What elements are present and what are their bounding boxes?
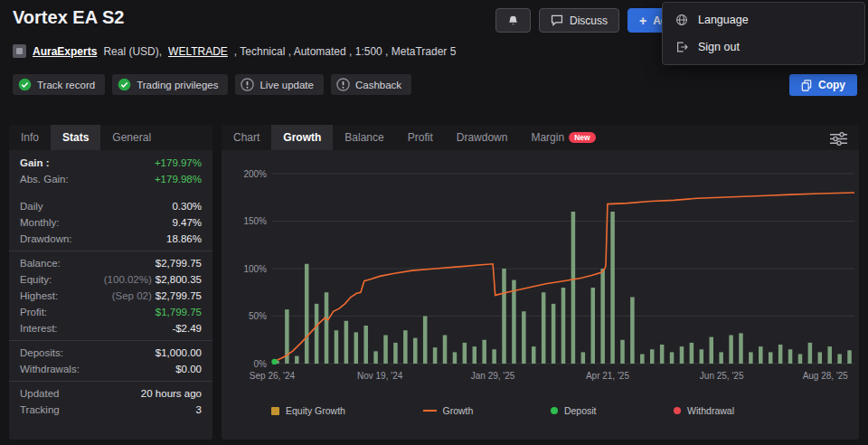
equity-growth-bar bbox=[827, 346, 832, 364]
legend-marker bbox=[423, 410, 437, 412]
stat-value-muted: (100.02%) bbox=[104, 274, 152, 285]
x-tick-label: Aug 28, '25 bbox=[803, 371, 849, 381]
equity-growth-bar bbox=[363, 326, 368, 364]
equity-growth-bar bbox=[778, 345, 783, 364]
equity-growth-bar bbox=[423, 317, 428, 365]
tab-info[interactable]: Info bbox=[9, 125, 51, 150]
badge-label: Track record bbox=[37, 80, 95, 90]
chart-tab-growth[interactable]: Growth bbox=[271, 125, 333, 150]
x-tick-label: Nov 19, '24 bbox=[357, 371, 403, 381]
equity-growth-bar bbox=[590, 288, 595, 364]
stat-row-gain: Gain :+179.97% bbox=[9, 155, 212, 171]
stat-label: Highest: bbox=[20, 289, 58, 303]
globe-icon bbox=[675, 14, 688, 26]
legend-item-growth[interactable]: Growth bbox=[423, 405, 474, 416]
menu-item-sign-out[interactable]: Sign out bbox=[663, 33, 864, 61]
stats-tabbar: InfoStatsGeneral bbox=[9, 125, 212, 150]
equity-growth-bar bbox=[700, 349, 704, 364]
legend-label: Growth bbox=[443, 405, 474, 416]
badge-track-record: Track record bbox=[13, 74, 105, 95]
stat-value: +179.98% bbox=[155, 173, 202, 186]
equity-growth-bar bbox=[571, 212, 576, 364]
badge-label: Cashback bbox=[355, 80, 401, 90]
equity-growth-bar bbox=[522, 311, 526, 364]
tab-label: General bbox=[112, 131, 151, 144]
chart-tabbar: ChartGrowthBalanceProfitDrawdownMarginNe… bbox=[222, 125, 859, 150]
menu-item-language[interactable]: Language bbox=[663, 6, 864, 33]
chart-tab-balance[interactable]: Balance bbox=[333, 125, 395, 150]
equity-growth-bar bbox=[482, 340, 486, 364]
legend-item-equity-growth[interactable]: Equity Growth bbox=[271, 405, 345, 416]
stat-row-daily: Daily0.30% bbox=[9, 198, 212, 214]
equity-growth-bar bbox=[463, 343, 467, 364]
equity-growth-bar bbox=[453, 352, 458, 364]
legend-item-withdrawal[interactable]: Withdrawal bbox=[674, 405, 734, 416]
equity-growth-bar bbox=[650, 349, 655, 364]
check-circle-icon bbox=[18, 78, 32, 91]
stat-value: 0.30% bbox=[172, 200, 202, 213]
author-link[interactable]: AuraExperts bbox=[33, 45, 97, 58]
equity-growth-bar bbox=[660, 345, 665, 364]
divider bbox=[9, 381, 212, 382]
stat-value: (Sep 02)$2,799.75 bbox=[112, 289, 202, 303]
equity-growth-bar bbox=[393, 343, 398, 364]
account-prefix: Real (USD), bbox=[103, 45, 162, 58]
stat-label: Balance: bbox=[20, 257, 61, 270]
chart-tab-profit[interactable]: Profit bbox=[396, 125, 445, 150]
legend-label: Equity Growth bbox=[286, 405, 345, 416]
stat-value: (100.02%)$2,800.35 bbox=[104, 273, 202, 287]
equity-growth-bar bbox=[344, 321, 349, 364]
legend-label: Deposit bbox=[564, 405, 597, 416]
equity-growth-bar bbox=[788, 349, 793, 364]
tab-label: Profit bbox=[408, 131, 433, 144]
copy-button[interactable]: Copy bbox=[789, 74, 857, 96]
equity-growth-bar bbox=[325, 292, 329, 364]
stat-row-interest: Interest:-$2.49 bbox=[9, 320, 212, 336]
tab-general[interactable]: General bbox=[100, 125, 163, 150]
equity-growth-bar bbox=[739, 333, 743, 364]
stat-row-monthly: Monthly:9.47% bbox=[9, 214, 212, 231]
account-summary: AuraExperts Real (USD), WELTRADE , Techn… bbox=[13, 44, 456, 58]
header-actions: Discuss + Add bbox=[495, 8, 686, 33]
equity-growth-bar bbox=[640, 355, 645, 365]
equity-growth-bar bbox=[759, 346, 763, 364]
discuss-button[interactable]: Discuss bbox=[539, 8, 619, 33]
stat-row-balance: Balance:$2,799.75 bbox=[9, 255, 212, 271]
legend-marker bbox=[674, 407, 681, 414]
equity-growth-bar bbox=[542, 292, 546, 364]
stat-value: +179.97% bbox=[155, 156, 202, 170]
equity-growth-bar bbox=[443, 336, 448, 365]
chart-settings-button[interactable] bbox=[828, 130, 849, 150]
equity-growth-bar bbox=[492, 349, 496, 364]
equity-growth-bar bbox=[818, 352, 823, 364]
equity-growth-bar bbox=[354, 332, 359, 364]
y-tick-label: 100% bbox=[243, 264, 267, 274]
equity-growth-bar bbox=[295, 356, 299, 364]
notifications-button[interactable] bbox=[495, 8, 531, 33]
chart-tab-chart[interactable]: Chart bbox=[222, 125, 271, 150]
main-content: InfoStatsGeneral Gain :+179.97%Abs. Gain… bbox=[9, 125, 859, 440]
equity-growth-bar bbox=[709, 337, 713, 364]
tab-stats[interactable]: Stats bbox=[51, 125, 100, 150]
equity-growth-bar bbox=[719, 352, 723, 364]
stat-value: $2,799.75 bbox=[156, 257, 202, 270]
stat-label: Interest: bbox=[20, 322, 58, 336]
equity-growth-bar bbox=[749, 352, 753, 364]
tab-label: Balance bbox=[344, 131, 383, 144]
chart-tab-margin[interactable]: MarginNew bbox=[519, 125, 607, 150]
legend-item-deposit[interactable]: Deposit bbox=[551, 405, 597, 416]
equity-growth-bar bbox=[610, 212, 615, 364]
x-tick-label: Apr 21, '25 bbox=[586, 371, 629, 381]
x-tick-label: Sep 26, '24 bbox=[250, 371, 296, 381]
chart-tab-drawdown[interactable]: Drawdown bbox=[445, 125, 520, 150]
copy-label: Copy bbox=[818, 79, 845, 91]
broker-link[interactable]: WELTRADE bbox=[168, 45, 228, 58]
sliders-icon bbox=[830, 132, 847, 146]
equity-growth-bar bbox=[403, 330, 408, 364]
discuss-label: Discuss bbox=[570, 14, 608, 27]
check-circle-icon bbox=[118, 78, 131, 91]
stat-label: Deposits: bbox=[20, 346, 63, 360]
growth-chart[interactable]: 0%50%100%150%200%Sep 26, '24Nov 19, '24J… bbox=[222, 157, 859, 385]
equity-growth-bar bbox=[373, 351, 378, 364]
tab-label: Margin bbox=[531, 131, 564, 144]
